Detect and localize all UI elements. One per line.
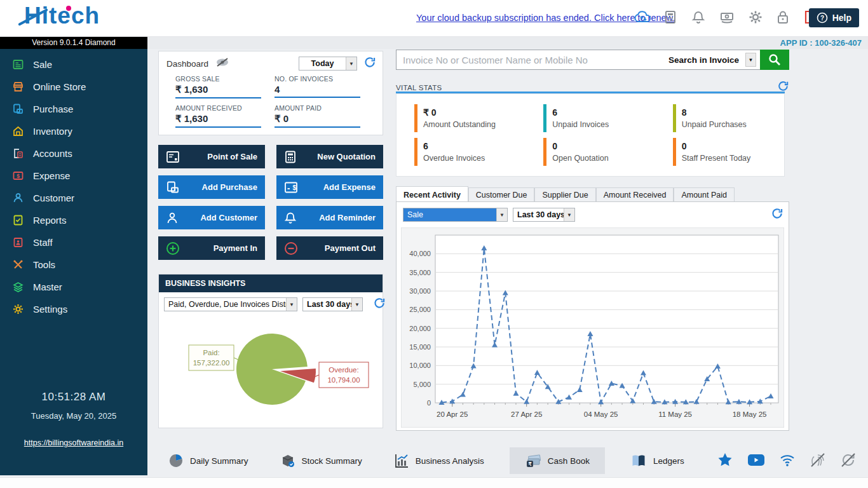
svg-text:$: $: [293, 184, 297, 191]
sidebar: Sale Online Store Purchase Inventory Acc…: [0, 49, 147, 475]
chevron-down-icon: ▼: [351, 298, 362, 311]
stat-label: Unpaid Invoices: [552, 120, 609, 129]
search-icon: [768, 53, 782, 67]
minus-circle-icon: [284, 241, 298, 255]
chevron-down-icon: ▼: [564, 208, 574, 221]
person-icon: [166, 212, 179, 224]
button-label: Add Expense: [323, 182, 376, 192]
youtube-icon[interactable]: [747, 453, 765, 467]
sidebar-item-staff[interactable]: Staff: [0, 231, 147, 254]
point-of-sale-button[interactable]: Point of Sale: [158, 145, 265, 168]
accounts-icon: [13, 148, 24, 159]
sidebar-item-reports[interactable]: Reports: [0, 209, 147, 231]
stat-color-bar: [543, 104, 546, 132]
payment-in-button[interactable]: Payment In: [158, 236, 265, 260]
pie-slice-paid[interactable]: [236, 334, 308, 405]
stat-value: ₹ 0: [275, 112, 360, 128]
stat-label: Amount Outstanding: [423, 120, 496, 129]
sync-disabled-icon[interactable]: [840, 452, 857, 468]
svg-text:₹: ₹: [528, 461, 531, 467]
sidebar-item-expense[interactable]: $ Expense: [0, 165, 147, 187]
activity-refresh-icon[interactable]: [771, 207, 783, 222]
stock-summary-button[interactable]: Stock Summary: [274, 447, 369, 474]
recent-activity-panel: Sale ▼ Last 30 days ▼ 05,00010,00015,000…: [396, 201, 789, 431]
sidebar-item-inventory[interactable]: Inventory: [0, 120, 147, 142]
eye-slash-icon[interactable]: [215, 57, 230, 70]
sidebar-item-label: Accounts: [33, 148, 72, 159]
expense-icon: $: [13, 170, 24, 181]
insights-period-select[interactable]: Last 30 days ▼: [302, 297, 363, 311]
svg-text:30,000: 30,000: [409, 287, 431, 295]
sidebar-item-tools[interactable]: Tools: [0, 254, 147, 276]
sidebar-item-master[interactable]: Master: [0, 276, 147, 298]
svg-text:0: 0: [427, 399, 431, 407]
store-icon: [13, 81, 24, 92]
favorite-star-icon[interactable]: [717, 452, 733, 468]
payment-out-button[interactable]: Payment Out: [276, 236, 383, 260]
sidebar-item-settings[interactable]: Settings: [0, 298, 147, 320]
insights-refresh-icon[interactable]: [373, 297, 386, 312]
svg-text:35,000: 35,000: [409, 269, 431, 276]
stat-color-bar: [673, 138, 676, 166]
search-button[interactable]: [760, 50, 789, 70]
footer-status-icons: [717, 452, 857, 468]
lock-icon[interactable]: [776, 10, 789, 27]
cash-icon[interactable]: [719, 10, 735, 27]
cash-book-button[interactable]: ₹ Cash Book: [510, 447, 605, 474]
tab-recent-activity[interactable]: Recent Activity: [396, 186, 468, 202]
cloud-sync-icon[interactable]: [634, 10, 653, 28]
svg-text:18 May 25: 18 May 25: [733, 410, 767, 418]
vital-stats-card: ₹ 0Amount Outstanding 6Unpaid Invoices 8…: [396, 93, 785, 177]
dashboard-summary-card: Dashboard Today ▼ GROSS SALE ₹ 1,630 NO.…: [158, 51, 383, 135]
help-button[interactable]: ? Help: [809, 8, 859, 27]
button-label: Point of Sale: [207, 152, 257, 161]
new-quotation-button[interactable]: New Quotation: [276, 145, 383, 168]
footer-item-label: Cash Book: [548, 456, 590, 466]
business-analysis-button[interactable]: Business Analysis: [388, 447, 491, 474]
svg-text:20 Apr 25: 20 Apr 25: [437, 410, 468, 418]
insights-metric-select[interactable]: Paid, Overdue, Due Invoices Distribu ▼: [164, 297, 297, 311]
chevron-down-icon: ▼: [346, 57, 356, 70]
dashboard-period-value: Today: [299, 57, 346, 70]
notifications-bell-icon[interactable]: [691, 10, 705, 27]
sidebar-item-customer[interactable]: Customer: [0, 187, 147, 209]
fingerprint-disabled-icon[interactable]: [810, 452, 826, 468]
stat-value: 6: [552, 107, 609, 118]
stat-label: GROSS SALE: [175, 75, 275, 83]
warehouse-icon: [13, 126, 24, 137]
app-id: APP ID : 100-326-407: [147, 37, 868, 49]
gear-icon[interactable]: [749, 10, 763, 27]
ledgers-button[interactable]: Ledgers: [624, 448, 691, 473]
svg-text:25,000: 25,000: [409, 306, 431, 313]
stat-amount-paid: AMOUNT PAID ₹ 0: [275, 104, 374, 128]
add-purchase-button[interactable]: Add Purchase: [158, 175, 265, 199]
sidebar-item-sale[interactable]: Sale: [0, 53, 147, 76]
daily-summary-button[interactable]: Daily Summary: [162, 447, 255, 474]
dashboard-period-select[interactable]: Today ▼: [299, 57, 357, 71]
sidebar-item-purchase[interactable]: Purchase: [0, 98, 147, 120]
button-label: Payment Out: [325, 243, 376, 253]
svg-text:27 Apr 25: 27 Apr 25: [511, 410, 542, 418]
activity-period-select[interactable]: Last 30 days ▼: [513, 208, 575, 222]
stat-amount-received: AMOUNT RECEIVED ₹ 1,630: [175, 104, 275, 128]
activity-type-select[interactable]: Sale ▼: [403, 208, 508, 222]
add-expense-button[interactable]: $ Add Expense: [276, 175, 383, 199]
wifi-icon[interactable]: [779, 453, 796, 467]
sidebar-clock: 10:51:28 AM Tuesday, May 20, 2025 https:…: [0, 391, 147, 448]
chevron-down-icon: ▼: [745, 53, 756, 67]
add-customer-button[interactable]: Add Customer: [158, 206, 265, 229]
calculator-icon[interactable]: [663, 10, 677, 27]
website-link[interactable]: https://billingsoftwareindia.in: [24, 438, 123, 447]
search-input[interactable]: [397, 55, 668, 65]
svg-text:40,000: 40,000: [409, 250, 431, 257]
button-label: Add Customer: [200, 213, 257, 222]
dashboard-refresh-icon[interactable]: [363, 56, 376, 71]
settings-gear-icon: [13, 304, 24, 315]
bar-chart-icon: [394, 453, 409, 468]
sidebar-item-online-store[interactable]: Online Store: [0, 76, 147, 98]
vital-overdue-invoices: 6Overdue Invoices: [397, 135, 526, 169]
add-reminder-button[interactable]: Add Reminder: [276, 206, 383, 229]
sidebar-item-accounts[interactable]: Accounts: [0, 142, 147, 165]
search-scope-select[interactable]: Search in Invoice ▼: [668, 53, 760, 67]
search-scope-value: Search in Invoice: [668, 55, 739, 65]
